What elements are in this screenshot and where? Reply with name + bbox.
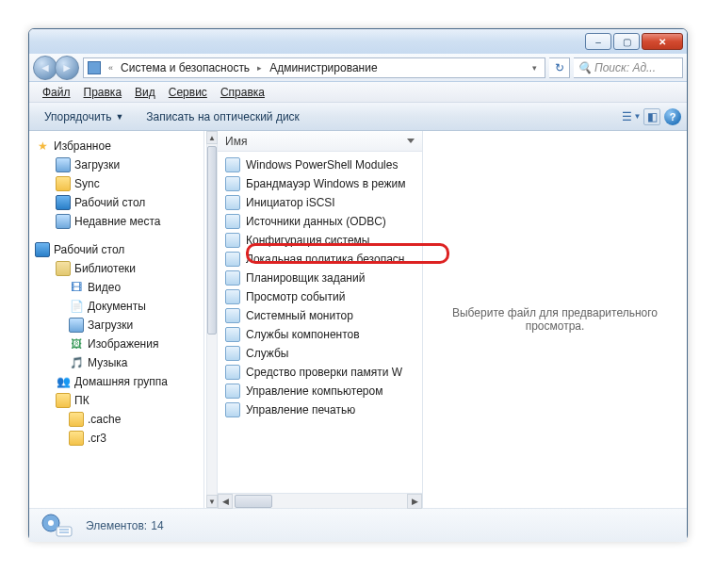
help-button[interactable]: ?	[664, 108, 681, 125]
sidebar-item-label: Sync	[74, 177, 100, 190]
file-name: Системный монитор	[246, 309, 353, 322]
status-bar: Элементов: 14	[29, 508, 687, 542]
file-item[interactable]: Управление печатью	[221, 400, 422, 419]
file-name: Брандмауэр Windows в режим	[246, 177, 406, 190]
sidebar-item-recent[interactable]: Недавние места	[31, 212, 202, 231]
search-input[interactable]: 🔍 Поиск: Ад...	[574, 57, 683, 78]
sidebar-item-pictures[interactable]: 🖼Изображения	[31, 335, 202, 353]
sidebar-item-label: Документы	[88, 300, 146, 313]
sidebar-item-downloads[interactable]: Загрузки	[31, 155, 202, 174]
nav-buttons: ◄ ►	[33, 56, 79, 80]
file-item[interactable]: Службы компонентов	[221, 325, 422, 344]
folder-icon	[88, 61, 101, 74]
sidebar-item-downloads[interactable]: Загрузки	[31, 316, 202, 335]
sidebar-item-videos[interactable]: 🎞Видео	[31, 278, 202, 297]
file-name: Управление печатью	[246, 403, 355, 416]
file-name: Windows PowerShell Modules	[246, 158, 398, 172]
desktop-header[interactable]: Рабочий стол	[31, 240, 202, 259]
file-name: Планировщик заданий	[246, 271, 365, 285]
menu-edit[interactable]: Правка	[78, 84, 128, 101]
file-item[interactable]: Средство проверки памяти W	[221, 363, 422, 382]
maximize-button[interactable]: ▢	[613, 33, 640, 50]
menubar: Файл Правка Вид Сервис Справка	[29, 82, 687, 103]
sidebar-item-sync[interactable]: Sync	[31, 174, 202, 193]
breadcrumb-segment[interactable]: Администрирование	[269, 61, 377, 74]
folder-icon	[56, 393, 71, 408]
scroll-up-icon[interactable]: ▲	[206, 131, 218, 144]
file-item[interactable]: Планировщик заданий	[221, 269, 422, 287]
toolbar: Упорядочить ▼ Записать на оптический дис…	[29, 103, 687, 131]
sidebar-item-pc[interactable]: ПК	[31, 391, 202, 410]
chevron-down-icon[interactable]: ▾	[529, 63, 541, 73]
shortcut-icon	[225, 214, 240, 229]
sidebar-item-documents[interactable]: 📄Документы	[31, 297, 202, 316]
favorites-label: Избранное	[54, 139, 111, 153]
shortcut-icon	[225, 346, 240, 361]
file-list: Windows PowerShell Modules Брандмауэр Wi…	[218, 152, 422, 493]
menu-view[interactable]: Вид	[129, 84, 161, 101]
sidebar-item-libraries[interactable]: Библиотеки	[31, 259, 202, 278]
pictures-icon: 🖼	[69, 336, 84, 351]
address-bar[interactable]: « Система и безопасность ▸ Администриров…	[83, 57, 545, 78]
shortcut-icon	[225, 289, 240, 304]
breadcrumb-segment[interactable]: Система и безопасность	[121, 61, 250, 74]
menu-help[interactable]: Справка	[215, 84, 270, 101]
navbar: ◄ ► « Система и безопасность ▸ Администр…	[29, 54, 687, 82]
file-item[interactable]: Источники данных (ODBC)	[221, 212, 422, 231]
shortcut-icon	[225, 157, 240, 172]
close-button[interactable]: ✕	[642, 33, 683, 50]
desktop-icon	[56, 195, 71, 210]
sidebar-item-cr3[interactable]: .cr3	[31, 429, 202, 448]
preview-pane-button[interactable]: ◧	[643, 108, 660, 125]
folder-icon	[69, 431, 84, 446]
scroll-thumb[interactable]	[235, 495, 272, 508]
svg-point-1	[48, 520, 54, 526]
file-item[interactable]: Локальная политика безопасн	[221, 250, 422, 269]
sidebar-scrollbar[interactable]: ▲ ▼	[206, 131, 218, 508]
scroll-left-icon[interactable]: ◀	[218, 494, 233, 509]
library-icon	[56, 261, 71, 276]
scroll-down-icon[interactable]: ▼	[206, 495, 218, 508]
file-item-system-config[interactable]: Конфигурация системы	[221, 231, 422, 250]
status-count-label: Элементов:	[86, 519, 147, 532]
sidebar-item-homegroup[interactable]: 👥Домашняя группа	[31, 372, 202, 391]
file-item[interactable]: Брандмауэр Windows в режим	[221, 174, 422, 193]
file-name: Службы компонентов	[246, 328, 360, 341]
scroll-right-icon[interactable]: ▶	[407, 494, 422, 509]
favorites-header[interactable]: ★Избранное	[31, 137, 202, 155]
refresh-button[interactable]: ↻	[549, 57, 570, 78]
file-hscrollbar[interactable]: ◀ ▶	[218, 493, 422, 508]
sidebar-item-desktop[interactable]: Рабочий стол	[31, 193, 202, 212]
explorer-window: – ▢ ✕ ◄ ► « Система и безопасность ▸ Адм…	[28, 28, 688, 541]
organize-button[interactable]: Упорядочить ▼	[35, 106, 133, 127]
file-item[interactable]: Инициатор iSCSI	[221, 193, 422, 212]
sidebar-item-music[interactable]: 🎵Музыка	[31, 353, 202, 372]
scroll-thumb[interactable]	[207, 146, 217, 335]
column-header-label: Имя	[225, 135, 247, 148]
menu-file[interactable]: Файл	[37, 84, 76, 101]
file-item[interactable]: Windows PowerShell Modules	[221, 155, 422, 174]
forward-button[interactable]: ►	[55, 56, 79, 80]
file-name: Инициатор iSCSI	[246, 196, 335, 209]
file-item[interactable]: Системный монитор	[221, 306, 422, 325]
column-header-name[interactable]: Имя	[218, 131, 422, 152]
file-item[interactable]: Просмотр событий	[221, 287, 422, 306]
shortcut-icon	[225, 176, 240, 191]
file-item[interactable]: Управление компьютером	[221, 382, 422, 400]
shortcut-icon	[225, 384, 240, 399]
file-item[interactable]: Службы	[221, 344, 422, 363]
shortcut-icon	[225, 233, 240, 248]
body: ★Избранное Загрузки Sync Рабочий стол Не…	[29, 131, 687, 508]
sidebar-item-cache[interactable]: .cache	[31, 410, 202, 429]
shortcut-icon	[225, 308, 240, 323]
burn-disc-button[interactable]: Записать на оптический диск	[137, 106, 309, 127]
folder-large-icon	[37, 512, 76, 540]
sidebar-item-label: ПК	[74, 394, 90, 407]
folder-icon	[69, 412, 84, 427]
minimize-button[interactable]: –	[585, 33, 611, 50]
content-area: Имя Windows PowerShell Modules Брандмауэ…	[218, 131, 687, 508]
downloads-icon	[69, 318, 84, 333]
view-options-button[interactable]: ☰▼	[623, 108, 640, 125]
shortcut-icon	[225, 402, 240, 417]
menu-tools[interactable]: Сервис	[163, 84, 213, 101]
